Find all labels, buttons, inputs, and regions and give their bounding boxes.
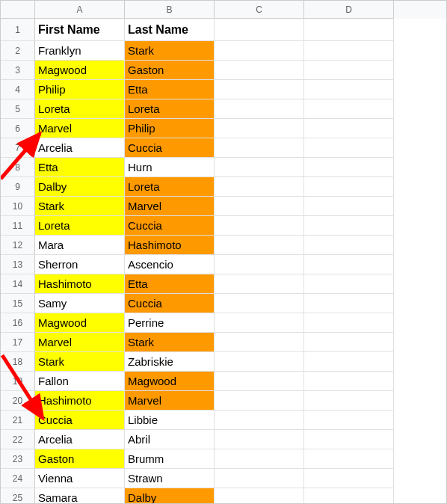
row-header[interactable]: 5 (1, 99, 35, 119)
table-cell[interactable]: Philip (125, 119, 215, 138)
row-header[interactable]: 18 (1, 352, 35, 372)
row-header[interactable]: 11 (1, 216, 35, 236)
table-cell[interactable]: Perrine (125, 313, 215, 333)
row-header[interactable]: 1 (1, 19, 35, 41)
table-cell[interactable]: Etta (35, 158, 125, 177)
table-cell[interactable] (304, 197, 394, 216)
table-cell[interactable] (304, 274, 394, 294)
table-cell[interactable] (304, 138, 394, 158)
table-cell[interactable] (304, 372, 394, 391)
table-cell[interactable] (215, 61, 304, 80)
row-header[interactable]: 14 (1, 274, 35, 294)
table-cell[interactable]: Marvel (35, 333, 125, 352)
table-cell[interactable]: Strawn (125, 469, 215, 488)
table-cell[interactable]: Stark (35, 352, 125, 372)
table-cell[interactable] (215, 119, 304, 138)
table-cell[interactable]: Stark (125, 333, 215, 352)
table-cell[interactable]: Libbie (125, 411, 215, 430)
table-cell[interactable]: Philip (35, 80, 125, 99)
table-cell[interactable]: Arcelia (35, 138, 125, 158)
table-cell[interactable]: Sherron (35, 255, 125, 274)
table-cell[interactable]: Cuccia (125, 294, 215, 313)
table-cell[interactable]: Hashimoto (35, 274, 125, 294)
table-cell[interactable] (304, 469, 394, 488)
table-cell[interactable] (304, 411, 394, 430)
table-cell[interactable] (215, 274, 304, 294)
table-header-cell[interactable]: Last Name (125, 19, 215, 41)
table-cell[interactable] (215, 99, 304, 119)
table-cell[interactable] (215, 41, 304, 61)
table-cell[interactable] (304, 80, 394, 99)
row-header[interactable]: 4 (1, 80, 35, 99)
row-header[interactable]: 15 (1, 294, 35, 313)
table-cell[interactable] (215, 391, 304, 411)
table-cell[interactable]: Magwood (125, 372, 215, 391)
table-cell[interactable] (215, 19, 304, 41)
table-cell[interactable] (215, 294, 304, 313)
table-cell[interactable] (215, 236, 304, 255)
table-cell[interactable] (304, 255, 394, 274)
table-cell[interactable]: Etta (125, 274, 215, 294)
column-header-A[interactable]: A (35, 1, 125, 19)
table-cell[interactable]: Samara (35, 488, 125, 504)
table-cell[interactable]: Cuccia (35, 411, 125, 430)
table-cell[interactable] (215, 333, 304, 352)
table-cell[interactable]: Franklyn (35, 41, 125, 61)
table-cell[interactable] (215, 352, 304, 372)
table-cell[interactable]: Marvel (125, 391, 215, 411)
table-cell[interactable]: Samy (35, 294, 125, 313)
table-cell[interactable]: Magwood (35, 61, 125, 80)
table-cell[interactable] (215, 197, 304, 216)
table-cell[interactable]: Mara (35, 236, 125, 255)
row-header[interactable]: 8 (1, 158, 35, 177)
table-cell[interactable] (304, 333, 394, 352)
table-cell[interactable] (304, 236, 394, 255)
table-cell[interactable]: Hurn (125, 158, 215, 177)
table-cell[interactable]: Vienna (35, 469, 125, 488)
table-cell[interactable] (304, 488, 394, 504)
table-cell[interactable]: Cuccia (125, 216, 215, 236)
table-cell[interactable] (215, 411, 304, 430)
table-cell[interactable] (215, 255, 304, 274)
table-cell[interactable] (304, 119, 394, 138)
row-header[interactable]: 2 (1, 41, 35, 61)
table-cell[interactable]: Dalby (35, 177, 125, 197)
table-cell[interactable]: Gaston (125, 61, 215, 80)
row-header[interactable]: 17 (1, 333, 35, 352)
table-cell[interactable]: Brumm (125, 449, 215, 469)
table-cell[interactable]: Stark (125, 41, 215, 61)
table-cell[interactable]: Hashimoto (35, 391, 125, 411)
table-cell[interactable]: Loreta (35, 216, 125, 236)
table-cell[interactable] (215, 372, 304, 391)
table-cell[interactable]: Magwood (35, 313, 125, 333)
table-cell[interactable] (304, 391, 394, 411)
table-cell[interactable]: Stark (35, 197, 125, 216)
table-cell[interactable] (304, 158, 394, 177)
table-cell[interactable]: Loreta (125, 99, 215, 119)
table-cell[interactable]: Zabriskie (125, 352, 215, 372)
table-cell[interactable] (215, 469, 304, 488)
column-header-B[interactable]: B (125, 1, 215, 19)
table-cell[interactable] (215, 158, 304, 177)
table-cell[interactable]: Loreta (125, 177, 215, 197)
table-cell[interactable]: Dalby (125, 488, 215, 504)
table-header-cell[interactable]: First Name (35, 19, 125, 41)
table-cell[interactable] (215, 138, 304, 158)
table-cell[interactable]: Arcelia (35, 430, 125, 449)
row-header[interactable]: 24 (1, 469, 35, 488)
table-cell[interactable]: Cuccia (125, 138, 215, 158)
table-cell[interactable] (304, 313, 394, 333)
table-cell[interactable] (304, 99, 394, 119)
table-cell[interactable] (304, 177, 394, 197)
table-cell[interactable] (304, 41, 394, 61)
table-cell[interactable] (304, 19, 394, 41)
row-header[interactable]: 22 (1, 430, 35, 449)
table-cell[interactable]: Etta (125, 80, 215, 99)
row-header[interactable]: 9 (1, 177, 35, 197)
table-cell[interactable] (304, 430, 394, 449)
table-cell[interactable] (304, 216, 394, 236)
table-cell[interactable]: Marvel (125, 197, 215, 216)
table-cell[interactable] (304, 61, 394, 80)
row-header[interactable]: 10 (1, 197, 35, 216)
table-cell[interactable]: Abril (125, 430, 215, 449)
